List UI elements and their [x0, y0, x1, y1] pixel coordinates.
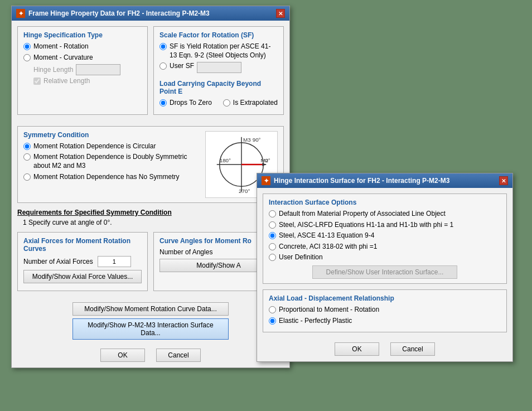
- drops-to-zero-radio[interactable]: [159, 99, 167, 107]
- concrete-aci-label: Concrete, ACI 318-02 with phi =1: [279, 243, 377, 252]
- steel-asce-label: Steel, ASCE 41-13 Equation 9-4: [279, 231, 374, 240]
- user-sf-label: User SF: [170, 62, 194, 71]
- svg-text:90°: 90°: [253, 136, 261, 142]
- moment-curvature-option[interactable]: Moment - Curvature: [23, 54, 142, 62]
- requirements-item-1: 1 Specify curve at angle of 0°.: [23, 219, 284, 226]
- default-material-label: Default from Material Property of Associ…: [279, 210, 446, 219]
- elastic-plastic-label: Elastic - Perfectly Plastic: [279, 317, 352, 326]
- main-dialog-buttons: OK Cancel: [17, 344, 284, 362]
- bottom-sections: Axial Forces for Moment Rotation Curves …: [17, 232, 284, 297]
- num-angles-label: Number of Angles: [159, 248, 212, 256]
- requirements-box: Requirements for Specified Symmetry Cond…: [17, 209, 284, 226]
- concrete-aci-radio[interactable]: [269, 243, 276, 250]
- steel-aisc-label: Steel, AISC-LRFD Equations H1-1a and H1-…: [279, 221, 453, 230]
- no-symmetry-option[interactable]: Moment Rotation Dependence has No Symmet…: [23, 173, 200, 182]
- user-sf-radio[interactable]: [159, 62, 167, 70]
- is-extrapolated-label: Is Extrapolated: [233, 99, 278, 108]
- svg-text:0°: 0°: [265, 157, 270, 163]
- sf-yield-option[interactable]: SF is Yield Rotation per ASCE 41-13 Eqn.…: [159, 42, 278, 60]
- second-close-button[interactable]: ✕: [499, 176, 508, 185]
- proportional-moment-label: Proportional to Moment - Rotation: [279, 306, 379, 315]
- relative-length-checkbox[interactable]: [33, 78, 41, 85]
- hinge-length-row: Hinge Length: [33, 64, 142, 75]
- main-ok-button[interactable]: OK: [100, 349, 145, 362]
- second-dialog-title: Hinge Interaction Surface for FH2 - Inte…: [274, 177, 449, 185]
- symmetry-section: Symmetry Condition Moment Rotation Depen…: [17, 126, 284, 203]
- svg-text:270°: 270°: [239, 188, 250, 194]
- axial-forces-section: Axial Forces for Moment Rotation Curves …: [17, 232, 148, 291]
- svg-text:✦: ✦: [264, 177, 269, 184]
- steel-aisc-radio[interactable]: [269, 221, 276, 229]
- doubly-symmetric-radio[interactable]: [23, 153, 31, 161]
- second-dialog-buttons: OK Cancel: [263, 338, 507, 356]
- main-close-button[interactable]: ✕: [276, 9, 285, 18]
- axial-forces-label: Axial Forces for Moment Rotation Curves: [23, 237, 142, 253]
- user-definition-radio[interactable]: [269, 254, 276, 261]
- symmetry-label: Symmetry Condition: [23, 131, 200, 139]
- hinge-spec-label: Hinge Specification Type: [23, 31, 142, 39]
- user-sf-input[interactable]: [197, 62, 241, 73]
- proportional-moment-radio[interactable]: [269, 306, 276, 313]
- scale-factor-label: Scale Factor for Rotation (SF): [159, 31, 278, 39]
- default-material-radio[interactable]: [269, 210, 276, 217]
- relative-length-label: Relative Length: [43, 77, 90, 85]
- doubly-symmetric-option[interactable]: Moment Rotation Dependence is Doubly Sym…: [23, 153, 200, 170]
- axial-load-label: Axial Load - Displacement Relationship: [269, 294, 501, 302]
- modify-pm2m3-button[interactable]: Modify/Show P-M2-M3 Interaction Surface …: [72, 318, 229, 340]
- num-axial-row: Number of Axial Forces: [23, 256, 142, 267]
- no-symmetry-radio[interactable]: [23, 173, 31, 181]
- moment-rotation-radio[interactable]: [23, 43, 31, 50]
- main-dialog-content: Hinge Specification Type Moment - Rotati…: [12, 21, 289, 368]
- user-sf-option[interactable]: User SF: [159, 62, 278, 73]
- moment-curvature-label: Moment - Curvature: [33, 54, 93, 62]
- modify-moment-rotation-button[interactable]: Modify/Show Moment Rotation Curve Data..…: [72, 302, 229, 316]
- user-definition-option[interactable]: User Definition: [269, 253, 501, 262]
- define-user-interaction-button[interactable]: Define/Show User Interaction Surface...: [312, 265, 457, 279]
- user-definition-label: User Definition: [279, 253, 323, 262]
- hinge-spec-section: Hinge Specification Type Moment - Rotati…: [17, 26, 148, 115]
- sf-yield-radio[interactable]: [159, 43, 167, 50]
- second-app-icon: ✦: [262, 176, 270, 185]
- hinge-length-label: Hinge Length: [33, 66, 73, 74]
- circular-option[interactable]: Moment Rotation Dependence is Circular: [23, 142, 200, 151]
- num-axial-input[interactable]: [98, 256, 131, 267]
- interaction-options-label: Interaction Surface Options: [269, 199, 501, 206]
- svg-text:180°: 180°: [220, 157, 231, 163]
- svg-text:M3: M3: [243, 136, 251, 142]
- moment-rotation-label: Moment - Rotation: [33, 42, 89, 51]
- sf-yield-label: SF is Yield Rotation per ASCE 41-13 Eqn.…: [170, 42, 278, 60]
- moment-rotation-option[interactable]: Moment - Rotation: [23, 42, 142, 51]
- second-ok-button[interactable]: OK: [335, 342, 379, 356]
- hinge-length-input[interactable]: [76, 64, 120, 75]
- main-dialog: ✦ Frame Hinge Property Data for FH2 - In…: [11, 6, 290, 368]
- steel-asce-radio[interactable]: [269, 232, 276, 239]
- is-extrapolated-option[interactable]: Is Extrapolated: [223, 99, 278, 108]
- circular-label: Moment Rotation Dependence is Circular: [33, 142, 156, 151]
- elastic-plastic-option[interactable]: Elastic - Perfectly Plastic: [269, 317, 501, 326]
- second-cancel-button[interactable]: Cancel: [390, 342, 435, 356]
- main-cancel-button[interactable]: Cancel: [156, 349, 201, 362]
- concrete-aci-option[interactable]: Concrete, ACI 318-02 with phi =1: [269, 243, 501, 252]
- steel-aisc-option[interactable]: Steel, AISC-LRFD Equations H1-1a and H1-…: [269, 221, 501, 230]
- elastic-plastic-radio[interactable]: [269, 317, 276, 325]
- app-icon: ✦: [16, 9, 25, 18]
- circular-radio[interactable]: [23, 143, 31, 150]
- main-dialog-title: Frame Hinge Property Data for FH2 - Inte…: [28, 9, 210, 17]
- proportional-moment-option[interactable]: Proportional to Moment - Rotation: [269, 306, 501, 315]
- main-dialog-titlebar: ✦ Frame Hinge Property Data for FH2 - In…: [12, 6, 289, 21]
- second-dialog-titlebar: ✦ Hinge Interaction Surface for FH2 - In…: [257, 173, 512, 188]
- drops-to-zero-option[interactable]: Drops To Zero: [159, 99, 212, 108]
- load-carrying-label: Load Carrying Capacity Beyond Point E: [159, 80, 278, 95]
- steel-asce-option[interactable]: Steel, ASCE 41-13 Equation 9-4: [269, 231, 501, 240]
- second-dialog: ✦ Hinge Interaction Surface for FH2 - In…: [257, 173, 513, 362]
- top-section: Hinge Specification Type Moment - Rotati…: [17, 26, 284, 120]
- axial-load-section: Axial Load - Displacement Relationship P…: [263, 289, 507, 332]
- default-material-option[interactable]: Default from Material Property of Associ…: [269, 210, 501, 219]
- modify-axial-force-button[interactable]: Modify/Show Axial Force Values...: [23, 270, 142, 283]
- scale-factor-section: Scale Factor for Rotation (SF) SF is Yie…: [153, 26, 284, 115]
- no-symmetry-label: Moment Rotation Dependence has No Symmet…: [33, 173, 179, 182]
- requirements-title: Requirements for Specified Symmetry Cond…: [17, 209, 284, 216]
- num-axial-label: Number of Axial Forces: [23, 258, 93, 265]
- is-extrapolated-radio[interactable]: [223, 99, 230, 107]
- moment-curvature-radio[interactable]: [23, 54, 31, 61]
